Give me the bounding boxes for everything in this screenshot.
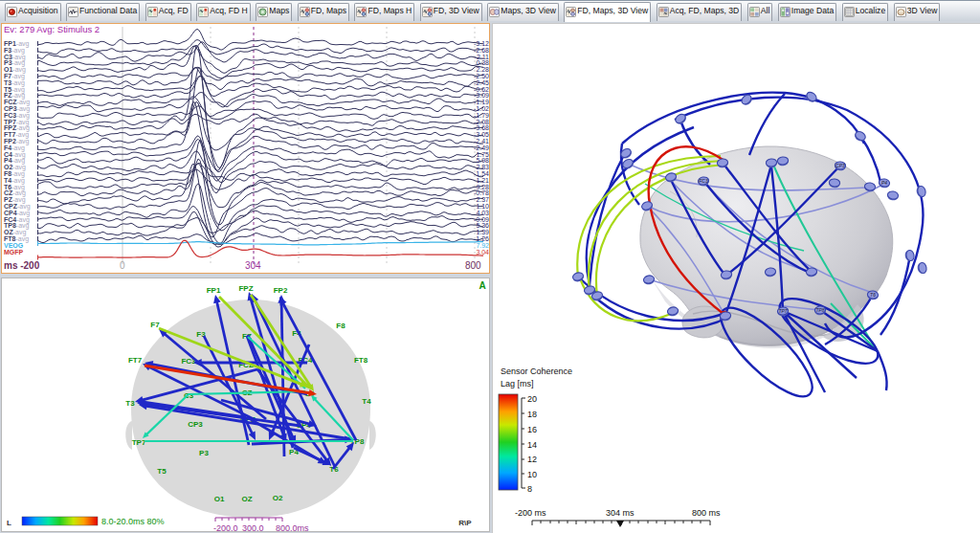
svg-text:F8: F8 (336, 322, 345, 330)
svg-text:FP1: FP1 (207, 286, 221, 295)
svg-text:FP2: FP2 (274, 286, 288, 295)
svg-text:FT7: FT7 (128, 356, 143, 365)
svg-text:0: 0 (120, 260, 125, 271)
svg-text:800: 800 (465, 260, 481, 271)
svg-text:TP8: TP8 (815, 307, 824, 313)
svg-text:OZ: OZ (241, 495, 252, 503)
svg-text:TP7: TP7 (778, 308, 787, 314)
svg-text:P4: P4 (881, 180, 887, 186)
svg-text:TP7: TP7 (132, 438, 146, 447)
svg-text:304: 304 (245, 260, 261, 271)
svg-text:10: 10 (527, 470, 537, 479)
svg-text:P3: P3 (199, 449, 209, 457)
svg-text:8: 8 (527, 484, 532, 494)
svg-text:T5: T5 (157, 467, 167, 476)
svg-text:MGFP: MGFP (4, 249, 24, 255)
svg-text:FT8: FT8 (354, 356, 368, 365)
svg-text:O2: O2 (273, 494, 283, 502)
svg-text:L: L (7, 519, 11, 527)
svg-text:Ev: 279 Avg: Stimulus 2: Ev: 279 Avg: Stimulus 2 (4, 24, 100, 34)
svg-text:7.92: 7.92 (476, 242, 489, 249)
svg-text:800 ms: 800 ms (692, 508, 721, 518)
svg-text:Lag [ms]: Lag [ms] (501, 379, 534, 389)
svg-text:18: 18 (527, 410, 537, 419)
svg-text:800.0ms: 800.0ms (276, 523, 309, 531)
svg-text:R\P: R\P (458, 519, 472, 527)
svg-text:-200.0: -200.0 (213, 523, 238, 531)
svg-text:T4: T4 (362, 397, 371, 406)
svg-text:300.0: 300.0 (242, 523, 264, 531)
svg-text:16: 16 (527, 425, 537, 434)
svg-text:-200 ms: -200 ms (515, 508, 546, 518)
svg-text:FPZ: FPZ (238, 284, 253, 293)
svg-text:FC3: FC3 (699, 178, 708, 184)
svg-text:Sensor Coherence: Sensor Coherence (501, 366, 572, 376)
svg-text:304 ms: 304 ms (606, 508, 635, 518)
svg-text:T6: T6 (870, 292, 876, 298)
svg-text:T3: T3 (125, 399, 135, 408)
svg-text:A: A (479, 280, 485, 291)
svg-text:12: 12 (527, 455, 537, 464)
svg-text:O1: O1 (214, 495, 225, 503)
svg-text:14: 14 (527, 440, 537, 450)
svg-text:F7: F7 (150, 321, 160, 329)
svg-text:8.0-20.0ms 80%: 8.0-20.0ms 80% (101, 517, 165, 526)
svg-text:ms -200: ms -200 (4, 260, 40, 271)
svg-text:CP3: CP3 (835, 163, 845, 168)
svg-text:3.04: 3.04 (476, 249, 489, 255)
svg-text:VEOG: VEOG (4, 242, 24, 249)
svg-text:20: 20 (527, 394, 537, 404)
svg-text:CP3: CP3 (188, 420, 203, 429)
